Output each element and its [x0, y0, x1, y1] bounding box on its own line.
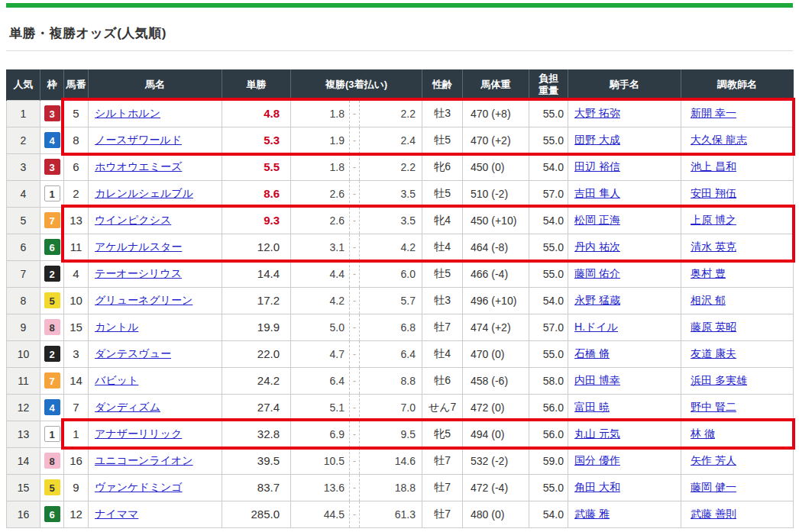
horse-name-link[interactable]: アケルナルスター — [95, 240, 182, 253]
place-odds-high: 7.0 — [360, 394, 422, 421]
frame-badge: 2 — [44, 266, 60, 282]
horse-name-link[interactable]: カレンルシェルブル — [95, 187, 193, 199]
sex-age: 牡5 — [422, 127, 463, 153]
frame-badge: 1 — [44, 185, 60, 202]
horse-weight: 470 (+2) — [463, 127, 529, 153]
load-weight: 55.0 — [529, 260, 568, 287]
popularity-rank: 9 — [7, 314, 40, 340]
place-odds-high: 6.0 — [360, 260, 422, 287]
place-odds-high: 2.2 — [360, 100, 422, 127]
horse-name-link[interactable]: シルトホルン — [95, 107, 160, 119]
load-weight: 56.0 — [529, 421, 568, 447]
horse-number: 9 — [64, 474, 89, 501]
win-odds: 32.8 — [222, 421, 291, 447]
sex-age: 牡7 — [422, 314, 463, 340]
jockey-link[interactable]: 角田 大和 — [574, 481, 620, 493]
place-odds-high: 2.2 — [360, 153, 422, 180]
horse-name-link[interactable]: アナザーリリック — [95, 427, 182, 440]
horse-name-link[interactable]: バビット — [95, 374, 138, 386]
horse-name-link[interactable]: グリューネグリーン — [95, 294, 192, 306]
trainer-link[interactable]: 大久保 龍志 — [691, 134, 747, 146]
jockey-link[interactable]: 石橋 脩 — [574, 347, 610, 360]
trainer-link[interactable]: 奥村 豊 — [691, 267, 726, 279]
jockey-link[interactable]: 吉田 隼人 — [574, 187, 620, 199]
trainer-link[interactable]: 浜田 多実雄 — [691, 374, 747, 386]
place-odds-separator: - — [350, 340, 360, 367]
horse-name-link[interactable]: ノースザワールド — [95, 134, 182, 146]
horse-weight: 466 (-4) — [463, 260, 529, 287]
horse-weight: 464 (-8) — [463, 234, 529, 260]
jockey-link[interactable]: 丹内 祐次 — [574, 240, 620, 253]
place-odds-high: 3.5 — [360, 207, 422, 234]
horse-name-link[interactable]: ダンテスヴュー — [95, 347, 171, 360]
frame-badge: 6 — [44, 506, 60, 522]
horse-name-link[interactable]: カントル — [95, 321, 138, 333]
jockey-link[interactable]: 田辺 裕信 — [574, 160, 620, 172]
trainer-link[interactable]: 新開 幸一 — [691, 107, 736, 119]
jockey-link[interactable]: 国分 優作 — [574, 454, 620, 466]
jockey-link[interactable]: H.ドイル — [574, 321, 618, 333]
horse-name-link[interactable]: ナイママ — [95, 508, 138, 520]
jockey-link[interactable]: 武藤 雅 — [574, 508, 610, 520]
place-odds-low: 4.4 — [291, 260, 350, 287]
jockey-link[interactable]: 丸山 元気 — [574, 427, 620, 440]
load-weight: 55.0 — [529, 340, 568, 367]
title-divider — [6, 50, 793, 51]
jockey-link[interactable]: 大野 拓弥 — [574, 107, 620, 119]
jockey-link[interactable]: 永野 猛蔵 — [574, 294, 620, 306]
horse-name-link[interactable]: テーオーシリウス — [95, 267, 182, 279]
trainer-link[interactable]: 安田 翔伍 — [691, 187, 736, 199]
horse-name-link[interactable]: ホウオウエミーズ — [95, 160, 182, 172]
horse-name-link[interactable]: ウインピクシス — [95, 214, 171, 226]
horse-weight: 496 (+10) — [463, 287, 529, 314]
table-row: 9 8 15 カントル 19.9 5.0 - 6.8 牡7 474 (+2) 5… — [7, 314, 794, 340]
popularity-rank: 10 — [7, 340, 40, 367]
win-odds: 5.5 — [222, 153, 291, 180]
jockey-link[interactable]: 松岡 正海 — [574, 214, 620, 226]
place-odds-low: 44.5 — [291, 501, 350, 527]
popularity-rank: 8 — [7, 287, 40, 314]
horse-name-link[interactable]: ダンディズム — [95, 401, 160, 413]
horse-number: 15 — [64, 314, 89, 340]
trainer-link[interactable]: 友道 康夫 — [691, 347, 736, 360]
popularity-rank: 14 — [7, 447, 40, 474]
popularity-rank: 15 — [7, 474, 40, 501]
horse-name-link[interactable]: ユニコーンライオン — [95, 454, 193, 466]
place-odds-low: 5.0 — [291, 314, 350, 340]
trainer-link[interactable]: 矢作 芳人 — [691, 454, 736, 466]
frame-badge: 8 — [44, 319, 60, 335]
trainer-link[interactable]: 清水 英克 — [691, 240, 736, 253]
trainer-link[interactable]: 相沢 郁 — [691, 294, 726, 306]
horse-number: 3 — [64, 340, 89, 367]
place-odds-high: 2.4 — [360, 127, 422, 153]
jockey-link[interactable]: 藤岡 佑介 — [574, 267, 620, 279]
trainer-link[interactable]: 林 徹 — [691, 427, 715, 440]
popularity-rank: 7 — [7, 260, 40, 287]
frame-badge: 6 — [44, 239, 60, 255]
jockey-link[interactable]: 団野 大成 — [574, 134, 620, 146]
trainer-link[interactable]: 藤岡 健一 — [691, 481, 736, 493]
load-weight: 57.0 — [529, 180, 568, 207]
place-odds-separator: - — [350, 207, 360, 234]
jockey-link[interactable]: 内田 博幸 — [574, 374, 620, 386]
table-row: 5 7 13 ウインピクシス 9.3 2.6 - 3.5 牝4 450 (+10… — [7, 207, 794, 234]
table-row: 12 4 7 ダンディズム 27.4 5.1 - 7.0 せん7 472 (0)… — [7, 394, 794, 421]
load-weight: 55.0 — [529, 474, 568, 501]
jockey-link[interactable]: 富田 暁 — [574, 401, 610, 413]
trainer-link[interactable]: 藤原 英昭 — [691, 321, 736, 333]
horse-name-link[interactable]: ヴァンケドミンゴ — [95, 481, 183, 493]
trainer-link[interactable]: 上原 博之 — [691, 214, 736, 226]
place-odds-high: 8.8 — [360, 367, 422, 394]
win-odds: 24.2 — [222, 367, 291, 394]
trainer-link[interactable]: 武藤 善則 — [691, 508, 736, 520]
place-odds-low: 3.1 — [291, 234, 350, 260]
win-odds: 4.8 — [222, 100, 291, 127]
horse-weight: 472 (-4) — [463, 474, 529, 501]
trainer-link[interactable]: 野中 賢二 — [691, 401, 736, 413]
trainer-link[interactable]: 池上 昌和 — [691, 160, 736, 172]
frame-badge: 4 — [44, 399, 60, 415]
place-odds-separator: - — [350, 474, 360, 501]
place-odds-separator: - — [350, 260, 360, 287]
horse-number: 10 — [64, 287, 89, 314]
win-odds: 285.0 — [222, 501, 291, 527]
